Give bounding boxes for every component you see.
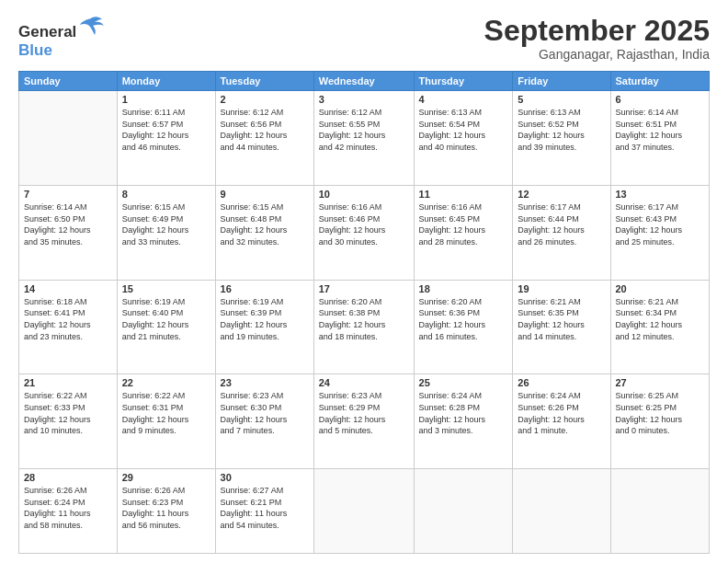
location-subtitle: Ganganagar, Rajasthan, India	[484, 47, 710, 62]
day-number: 28	[24, 472, 112, 483]
day-info: Sunrise: 6:12 AM Sunset: 6:56 PM Dayligh…	[221, 107, 309, 153]
day-number: 14	[24, 283, 112, 294]
day-info: Sunrise: 6:23 AM Sunset: 6:29 PM Dayligh…	[319, 390, 409, 436]
calendar-cell: 29Sunrise: 6:26 AM Sunset: 6:23 PM Dayli…	[117, 469, 215, 554]
day-info: Sunrise: 6:26 AM Sunset: 6:23 PM Dayligh…	[122, 485, 210, 531]
calendar-cell: 13Sunrise: 6:17 AM Sunset: 6:43 PM Dayli…	[610, 185, 710, 280]
day-info: Sunrise: 6:17 AM Sunset: 6:44 PM Dayligh…	[518, 201, 605, 247]
calendar-week-row: 21Sunrise: 6:22 AM Sunset: 6:33 PM Dayli…	[19, 374, 710, 469]
day-number: 19	[518, 283, 605, 294]
day-info: Sunrise: 6:15 AM Sunset: 6:48 PM Dayligh…	[221, 201, 309, 247]
calendar-cell: 6Sunrise: 6:14 AM Sunset: 6:51 PM Daylig…	[610, 91, 710, 186]
day-info: Sunrise: 6:14 AM Sunset: 6:50 PM Dayligh…	[24, 201, 112, 247]
calendar-cell: 16Sunrise: 6:19 AM Sunset: 6:39 PM Dayli…	[215, 280, 313, 374]
day-info: Sunrise: 6:16 AM Sunset: 6:46 PM Dayligh…	[319, 201, 409, 247]
logo: General Blue	[18, 15, 104, 59]
calendar-cell: 26Sunrise: 6:24 AM Sunset: 6:26 PM Dayli…	[513, 374, 610, 469]
calendar-cell: 5Sunrise: 6:13 AM Sunset: 6:52 PM Daylig…	[513, 91, 610, 186]
header: General Blue September 2025 Ganganagar, …	[18, 15, 710, 62]
calendar-cell: 15Sunrise: 6:19 AM Sunset: 6:40 PM Dayli…	[117, 280, 215, 374]
day-number: 13	[616, 189, 705, 200]
calendar-cell: 28Sunrise: 6:26 AM Sunset: 6:24 PM Dayli…	[19, 469, 118, 554]
calendar-cell: 2Sunrise: 6:12 AM Sunset: 6:56 PM Daylig…	[215, 91, 313, 186]
day-number: 17	[319, 283, 409, 294]
weekday-header-monday: Monday	[117, 72, 215, 91]
calendar-week-row: 14Sunrise: 6:18 AM Sunset: 6:41 PM Dayli…	[19, 280, 710, 374]
day-info: Sunrise: 6:19 AM Sunset: 6:39 PM Dayligh…	[221, 296, 309, 342]
calendar-cell: 25Sunrise: 6:24 AM Sunset: 6:28 PM Dayli…	[414, 374, 513, 469]
weekday-header-sunday: Sunday	[19, 72, 118, 91]
day-number: 9	[221, 189, 309, 200]
calendar-cell	[19, 91, 118, 186]
calendar-cell: 27Sunrise: 6:25 AM Sunset: 6:25 PM Dayli…	[610, 374, 710, 469]
day-info: Sunrise: 6:19 AM Sunset: 6:40 PM Dayligh…	[122, 296, 210, 342]
calendar-cell: 10Sunrise: 6:16 AM Sunset: 6:46 PM Dayli…	[313, 185, 414, 280]
day-info: Sunrise: 6:13 AM Sunset: 6:54 PM Dayligh…	[419, 107, 508, 153]
calendar-cell: 4Sunrise: 6:13 AM Sunset: 6:54 PM Daylig…	[414, 91, 513, 186]
day-info: Sunrise: 6:23 AM Sunset: 6:30 PM Dayligh…	[221, 390, 309, 436]
day-number: 4	[419, 94, 508, 105]
calendar-cell: 18Sunrise: 6:20 AM Sunset: 6:36 PM Dayli…	[414, 280, 513, 374]
day-info: Sunrise: 6:25 AM Sunset: 6:25 PM Dayligh…	[616, 390, 705, 436]
month-title: September 2025	[484, 15, 710, 47]
title-block: September 2025 Ganganagar, Rajasthan, In…	[484, 15, 710, 62]
day-number: 30	[221, 472, 309, 483]
calendar-cell: 8Sunrise: 6:15 AM Sunset: 6:49 PM Daylig…	[117, 185, 215, 280]
logo-blue: Blue	[18, 41, 104, 60]
calendar-cell	[513, 469, 610, 554]
day-number: 6	[616, 94, 705, 105]
day-info: Sunrise: 6:20 AM Sunset: 6:38 PM Dayligh…	[319, 296, 409, 342]
day-number: 7	[24, 189, 112, 200]
day-info: Sunrise: 6:18 AM Sunset: 6:41 PM Dayligh…	[24, 296, 112, 342]
day-number: 21	[24, 377, 112, 388]
day-info: Sunrise: 6:14 AM Sunset: 6:51 PM Dayligh…	[616, 107, 705, 153]
calendar-cell: 22Sunrise: 6:22 AM Sunset: 6:31 PM Dayli…	[117, 374, 215, 469]
calendar-cell: 21Sunrise: 6:22 AM Sunset: 6:33 PM Dayli…	[19, 374, 118, 469]
calendar-cell: 14Sunrise: 6:18 AM Sunset: 6:41 PM Dayli…	[19, 280, 118, 374]
day-number: 8	[122, 189, 210, 200]
weekday-header-saturday: Saturday	[610, 72, 710, 91]
weekday-header-row: SundayMondayTuesdayWednesdayThursdayFrid…	[19, 72, 710, 91]
day-number: 20	[616, 283, 705, 294]
day-number: 18	[419, 283, 508, 294]
day-number: 10	[319, 189, 409, 200]
weekday-header-wednesday: Wednesday	[313, 72, 414, 91]
logo-bird-icon	[78, 15, 104, 37]
day-number: 25	[419, 377, 508, 388]
calendar-cell: 23Sunrise: 6:23 AM Sunset: 6:30 PM Dayli…	[215, 374, 313, 469]
day-info: Sunrise: 6:26 AM Sunset: 6:24 PM Dayligh…	[24, 485, 112, 531]
calendar-cell: 11Sunrise: 6:16 AM Sunset: 6:45 PM Dayli…	[414, 185, 513, 280]
calendar-cell: 17Sunrise: 6:20 AM Sunset: 6:38 PM Dayli…	[313, 280, 414, 374]
day-info: Sunrise: 6:16 AM Sunset: 6:45 PM Dayligh…	[419, 201, 508, 247]
calendar-cell: 24Sunrise: 6:23 AM Sunset: 6:29 PM Dayli…	[313, 374, 414, 469]
logo-general: General	[18, 23, 76, 40]
calendar-cell: 20Sunrise: 6:21 AM Sunset: 6:34 PM Dayli…	[610, 280, 710, 374]
calendar-table: SundayMondayTuesdayWednesdayThursdayFrid…	[18, 71, 710, 554]
day-info: Sunrise: 6:20 AM Sunset: 6:36 PM Dayligh…	[419, 296, 508, 342]
calendar-cell: 1Sunrise: 6:11 AM Sunset: 6:57 PM Daylig…	[117, 91, 215, 186]
day-number: 12	[518, 189, 605, 200]
calendar-cell: 30Sunrise: 6:27 AM Sunset: 6:21 PM Dayli…	[215, 469, 313, 554]
weekday-header-tuesday: Tuesday	[215, 72, 313, 91]
day-info: Sunrise: 6:24 AM Sunset: 6:28 PM Dayligh…	[419, 390, 508, 436]
day-number: 24	[319, 377, 409, 388]
day-info: Sunrise: 6:22 AM Sunset: 6:31 PM Dayligh…	[122, 390, 210, 436]
day-info: Sunrise: 6:15 AM Sunset: 6:49 PM Dayligh…	[122, 201, 210, 247]
calendar-cell: 19Sunrise: 6:21 AM Sunset: 6:35 PM Dayli…	[513, 280, 610, 374]
day-number: 26	[518, 377, 605, 388]
day-info: Sunrise: 6:12 AM Sunset: 6:55 PM Dayligh…	[319, 107, 409, 153]
page: General Blue September 2025 Ganganagar, …	[0, 0, 728, 563]
calendar-cell: 7Sunrise: 6:14 AM Sunset: 6:50 PM Daylig…	[19, 185, 118, 280]
day-number: 27	[616, 377, 705, 388]
day-number: 15	[122, 283, 210, 294]
day-number: 29	[122, 472, 210, 483]
calendar-cell	[313, 469, 414, 554]
day-info: Sunrise: 6:24 AM Sunset: 6:26 PM Dayligh…	[518, 390, 605, 436]
day-info: Sunrise: 6:17 AM Sunset: 6:43 PM Dayligh…	[616, 201, 705, 247]
calendar-week-row: 7Sunrise: 6:14 AM Sunset: 6:50 PM Daylig…	[19, 185, 710, 280]
day-number: 16	[221, 283, 309, 294]
day-info: Sunrise: 6:27 AM Sunset: 6:21 PM Dayligh…	[221, 485, 309, 531]
day-info: Sunrise: 6:21 AM Sunset: 6:35 PM Dayligh…	[518, 296, 605, 342]
day-number: 23	[221, 377, 309, 388]
day-number: 11	[419, 189, 508, 200]
